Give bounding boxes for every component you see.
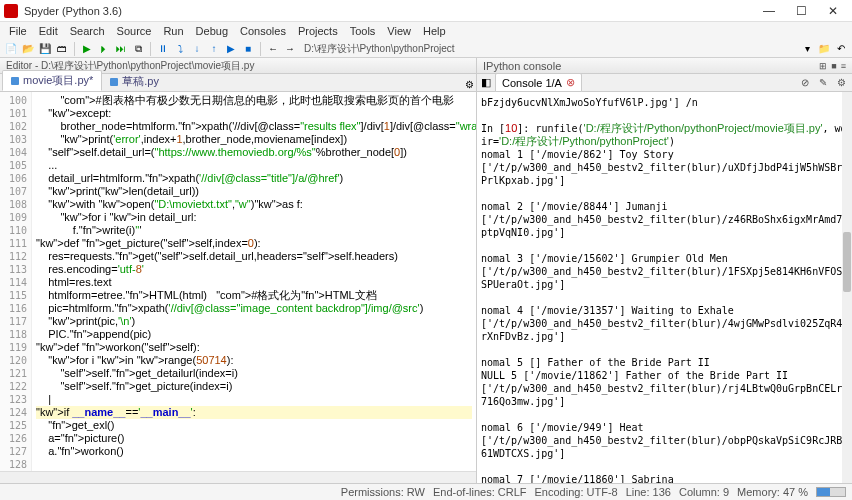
step-over-icon[interactable]: ⤵ [173, 42, 187, 56]
tab-close-icon[interactable]: ⊗ [566, 76, 575, 89]
console-output[interactable]: bFzjdy6ucvNlXmJwoSoYfufV6lP.jpg'] /n In … [477, 92, 852, 483]
run-cell-icon[interactable]: ⏵ [97, 42, 111, 56]
console-options2-icon[interactable]: ⚙ [834, 76, 848, 90]
menu-run[interactable]: Run [158, 24, 188, 38]
new-file-icon[interactable]: 📄 [4, 42, 18, 56]
console-kernel-icon[interactable]: ◧ [481, 76, 495, 89]
line-number-gutter: 100 101 102 103 104 105 106 107 108 109 … [0, 92, 32, 471]
editor-h-scrollbar[interactable] [0, 471, 476, 483]
menu-search[interactable]: Search [65, 24, 110, 38]
console-pane: IPython console ⊞ ■ ≡ ◧ Console 1/A⊗ ⊘ ✎… [477, 58, 852, 483]
wd-up-icon[interactable]: ↶ [834, 42, 848, 56]
menu-source[interactable]: Source [112, 24, 157, 38]
console-menu-icon[interactable]: ✎ [816, 76, 830, 90]
working-dir-field[interactable]: D:\程序设计\Python\pythonProject [304, 42, 455, 56]
status-eol: End-of-lines: CRLF [433, 486, 527, 498]
console-tab-1a[interactable]: Console 1/A⊗ [495, 73, 582, 92]
menu-edit[interactable]: Edit [34, 24, 63, 38]
code-editor[interactable]: 100 101 102 103 104 105 106 107 108 109 … [0, 92, 476, 471]
title-bar: Spyder (Python 3.6) — ☐ ✕ [0, 0, 852, 22]
python-file-icon [11, 77, 19, 85]
editor-options-icon[interactable]: ⚙ [462, 77, 476, 91]
stop-debug-icon[interactable]: ■ [241, 42, 255, 56]
console-tool-icon[interactable]: ⊞ [819, 61, 827, 71]
console-tab-row: ◧ Console 1/A⊗ ⊘ ✎ ⚙ [477, 74, 852, 92]
wd-back-icon[interactable]: ← [266, 42, 280, 56]
menu-view[interactable]: View [382, 24, 416, 38]
continue-icon[interactable]: ▶ [224, 42, 238, 56]
memory-bar [816, 487, 846, 497]
browse-folder-icon[interactable]: 📁 [817, 42, 831, 56]
status-memory: Memory: 47 % [737, 486, 808, 498]
menu-debug[interactable]: Debug [191, 24, 233, 38]
code-content[interactable]: "com">#图表格中有极少数无日期信息的电影，此时也能取搜索电影页的首个电影 … [32, 92, 476, 471]
app-icon [4, 4, 18, 18]
tab-scratch[interactable]: 草稿.py [102, 72, 167, 91]
menu-tools[interactable]: Tools [345, 24, 381, 38]
minimize-button[interactable]: — [754, 2, 784, 20]
console-options-icon[interactable]: ≡ [841, 61, 846, 71]
toolbar: 📄 📂 💾 🗃 ▶ ⏵ ⏭ ⧉ ⏸ ⤵ ↓ ↑ ▶ ■ ← → D:\程序设计\… [0, 40, 852, 58]
maximize-button[interactable]: ☐ [786, 2, 816, 20]
python-file-icon [110, 78, 118, 86]
menu-file[interactable]: File [4, 24, 32, 38]
step-into-icon[interactable]: ↓ [190, 42, 204, 56]
editor-tab-row: movie项目.py* 草稿.py ⚙ [0, 74, 476, 92]
run-file-icon[interactable]: ▶ [80, 42, 94, 56]
console-stop-icon[interactable]: ■ [831, 61, 836, 71]
menu-consoles[interactable]: Consoles [235, 24, 291, 38]
status-bar: Permissions: RW End-of-lines: CRLF Encod… [0, 483, 852, 500]
tab-movie-project[interactable]: movie项目.py* [2, 70, 102, 91]
run-cell-advance-icon[interactable]: ⏭ [114, 42, 128, 56]
menu-help[interactable]: Help [418, 24, 451, 38]
window-title: Spyder (Python 3.6) [24, 5, 754, 17]
editor-pane: Editor - D:\程序设计\Python\pythonProject\mo… [0, 58, 477, 483]
status-line: Line: 136 [626, 486, 671, 498]
save-all-icon[interactable]: 🗃 [55, 42, 69, 56]
status-permissions: Permissions: RW [341, 486, 425, 498]
status-column: Column: 9 [679, 486, 729, 498]
wd-dropdown-icon[interactable]: ▾ [800, 42, 814, 56]
debug-icon[interactable]: ⏸ [156, 42, 170, 56]
step-out-icon[interactable]: ↑ [207, 42, 221, 56]
run-selection-icon[interactable]: ⧉ [131, 42, 145, 56]
wd-fwd-icon[interactable]: → [283, 42, 297, 56]
menu-projects[interactable]: Projects [293, 24, 343, 38]
save-icon[interactable]: 💾 [38, 42, 52, 56]
console-header: IPython console ⊞ ■ ≡ [477, 58, 852, 74]
open-folder-icon[interactable]: 📂 [21, 42, 35, 56]
console-interrupt-icon[interactable]: ⊘ [798, 76, 812, 90]
close-button[interactable]: ✕ [818, 2, 848, 20]
menu-bar: File Edit Search Source Run Debug Consol… [0, 22, 852, 40]
status-encoding: Encoding: UTF-8 [535, 486, 618, 498]
